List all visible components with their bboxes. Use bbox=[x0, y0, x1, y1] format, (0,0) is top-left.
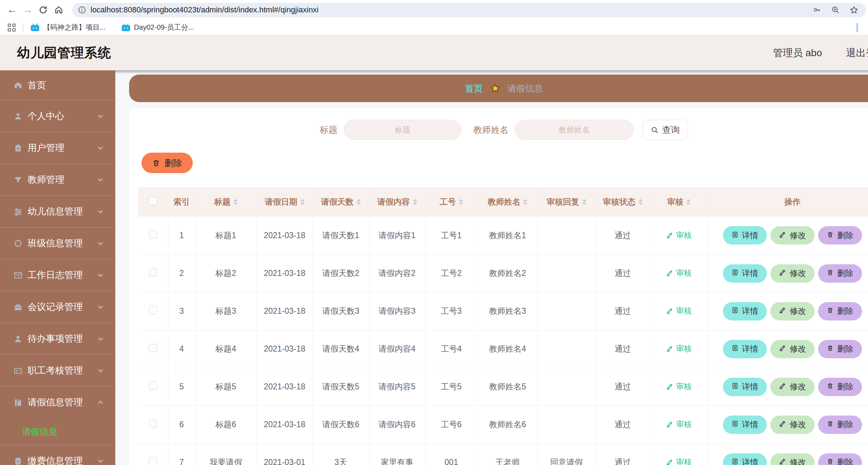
info-icon[interactable] bbox=[78, 6, 86, 14]
sidebar-subitem-请假信息[interactable]: 请假信息 bbox=[0, 418, 115, 445]
edit-button[interactable]: 修改 bbox=[770, 416, 815, 434]
row-checkbox[interactable] bbox=[149, 419, 157, 428]
detail-button[interactable]: 详情 bbox=[723, 226, 767, 245]
apps-grid-icon[interactable] bbox=[8, 24, 16, 31]
back-icon[interactable]: ← bbox=[4, 2, 20, 18]
sidebar-item-9[interactable]: 待办事项管理 bbox=[0, 323, 115, 354]
sort-caret-icon[interactable] bbox=[413, 199, 417, 205]
header-shadow bbox=[115, 70, 868, 74]
sidebar-item-1[interactable]: 首页 bbox=[0, 70, 115, 100]
detail-button[interactable]: 详情 bbox=[723, 340, 767, 358]
review-link[interactable]: 审核 bbox=[666, 306, 692, 316]
sidebar-item-3[interactable]: 用户管理 bbox=[0, 132, 115, 164]
column-header-4[interactable]: 请假天数 bbox=[313, 187, 369, 217]
sidebar-item-4[interactable]: 教师管理 bbox=[0, 164, 115, 195]
app-header: 幼儿园管理系统 管理员 abo 退出登录 bbox=[0, 35, 868, 70]
review-link[interactable]: 审核 bbox=[666, 268, 692, 278]
url-text[interactable]: localhost:8080/springboot4023t/admin/dis… bbox=[91, 5, 812, 14]
bookmark-1[interactable]: 【码神之路】项目... bbox=[30, 23, 106, 32]
breadcrumb-home[interactable]: 首页 bbox=[465, 83, 483, 94]
partial-bookmark[interactable]: 【 bbox=[865, 23, 868, 32]
edit-icon bbox=[779, 269, 786, 278]
sidebar-item-12[interactable]: 缴费信息管理 bbox=[0, 445, 115, 465]
detail-button[interactable]: 详情 bbox=[723, 302, 767, 320]
cell: 通过 bbox=[595, 443, 650, 465]
row-checkbox[interactable] bbox=[149, 344, 157, 352]
review-link[interactable]: 审核 bbox=[666, 419, 692, 430]
sidebar-item-10[interactable]: 职工考核管理 bbox=[0, 355, 115, 386]
review-link[interactable]: 审核 bbox=[666, 457, 692, 465]
edit-button[interactable]: 修改 bbox=[770, 340, 815, 358]
cell: 工号3 bbox=[425, 292, 478, 330]
sidebar-item-label: 教师管理 bbox=[28, 173, 64, 186]
sidebar-item-5[interactable]: 幼儿信息管理 bbox=[0, 196, 115, 227]
edit-button[interactable]: 修改 bbox=[770, 264, 815, 283]
bookmark-2[interactable]: Day02-09-员工分... bbox=[121, 23, 194, 32]
chevron-down-icon bbox=[96, 335, 105, 343]
sidebar-item-6[interactable]: 班级信息管理 bbox=[0, 228, 115, 259]
column-header-7[interactable]: 教师姓名 bbox=[478, 187, 538, 217]
sort-caret-icon[interactable] bbox=[357, 199, 361, 205]
delete-button[interactable]: 删除 bbox=[818, 416, 862, 434]
edit-button[interactable]: 修改 bbox=[770, 378, 815, 396]
sidebar-item-8[interactable]: 会议记录管理 bbox=[0, 291, 115, 323]
sort-caret-icon[interactable] bbox=[686, 199, 690, 205]
home-icon bbox=[13, 81, 23, 90]
bulk-delete-button[interactable]: 删除 bbox=[141, 153, 193, 173]
zoom-icon[interactable] bbox=[831, 5, 840, 14]
delete-button[interactable]: 删除 bbox=[818, 264, 862, 283]
cell: 通过 bbox=[595, 330, 650, 368]
chevron-up-icon bbox=[96, 398, 105, 407]
column-header-6[interactable]: 工号 bbox=[425, 187, 478, 217]
column-header-5[interactable]: 请假内容 bbox=[369, 187, 425, 217]
key-icon[interactable] bbox=[812, 5, 822, 14]
title-search-input[interactable] bbox=[344, 120, 461, 140]
sort-caret-icon[interactable] bbox=[638, 199, 643, 205]
detail-button[interactable]: 详情 bbox=[723, 453, 767, 465]
row-checkbox[interactable] bbox=[149, 268, 157, 276]
edit-button[interactable]: 修改 bbox=[770, 302, 815, 320]
forward-icon[interactable]: → bbox=[20, 2, 35, 18]
delete-button[interactable]: 删除 bbox=[818, 453, 862, 465]
column-header-9[interactable]: 审核状态 bbox=[595, 187, 650, 217]
logout-link[interactable]: 退出登录 bbox=[846, 46, 868, 60]
reload-icon[interactable] bbox=[35, 2, 51, 18]
detail-button[interactable]: 详情 bbox=[723, 416, 767, 434]
select-all-checkbox[interactable] bbox=[149, 197, 157, 205]
column-header-3[interactable]: 请假日期 bbox=[256, 187, 313, 217]
address-bar[interactable]: localhost:8080/springboot4023t/admin/dis… bbox=[72, 3, 866, 17]
sort-caret-icon[interactable] bbox=[582, 199, 586, 205]
row-checkbox[interactable] bbox=[149, 457, 157, 465]
review-link[interactable]: 审核 bbox=[666, 381, 692, 392]
chevron-down-icon bbox=[96, 366, 105, 375]
edit-button[interactable]: 修改 bbox=[770, 226, 815, 245]
row-checkbox[interactable] bbox=[149, 382, 157, 390]
column-header-8[interactable]: 审核回复 bbox=[538, 187, 595, 217]
sort-caret-icon[interactable] bbox=[233, 199, 238, 205]
cell: 标题2 bbox=[195, 254, 256, 292]
sort-caret-icon[interactable] bbox=[459, 199, 463, 205]
delete-button[interactable]: 删除 bbox=[818, 302, 862, 320]
teacher-search-input[interactable] bbox=[515, 120, 633, 140]
detail-button[interactable]: 详情 bbox=[723, 378, 767, 396]
delete-button[interactable]: 删除 bbox=[818, 340, 862, 358]
review-link[interactable]: 审核 bbox=[666, 343, 692, 354]
sidebar-item-2[interactable]: 个人中心 bbox=[0, 100, 115, 132]
column-header-10[interactable]: 审核 bbox=[650, 187, 707, 217]
query-button[interactable]: 查询 bbox=[643, 120, 688, 140]
column-header-2[interactable]: 标题 bbox=[195, 187, 256, 217]
sort-caret-icon[interactable] bbox=[300, 199, 305, 205]
sort-caret-icon[interactable] bbox=[523, 199, 527, 205]
sidebar-item-7[interactable]: 工作日志管理 bbox=[0, 259, 115, 291]
bookmark-star-icon[interactable] bbox=[849, 5, 859, 15]
delete-button[interactable]: 删除 bbox=[818, 226, 862, 245]
row-checkbox[interactable] bbox=[149, 306, 157, 314]
delete-button[interactable]: 删除 bbox=[818, 378, 862, 396]
sidebar-item-11[interactable]: 请假信息管理 bbox=[0, 387, 115, 418]
home-nav-icon[interactable] bbox=[51, 2, 66, 18]
detail-button[interactable]: 详情 bbox=[723, 264, 767, 283]
review-link[interactable]: 审核 bbox=[666, 230, 692, 241]
edit-button[interactable]: 修改 bbox=[770, 453, 815, 465]
column-label: 索引 bbox=[174, 196, 190, 207]
row-checkbox[interactable] bbox=[149, 230, 157, 239]
